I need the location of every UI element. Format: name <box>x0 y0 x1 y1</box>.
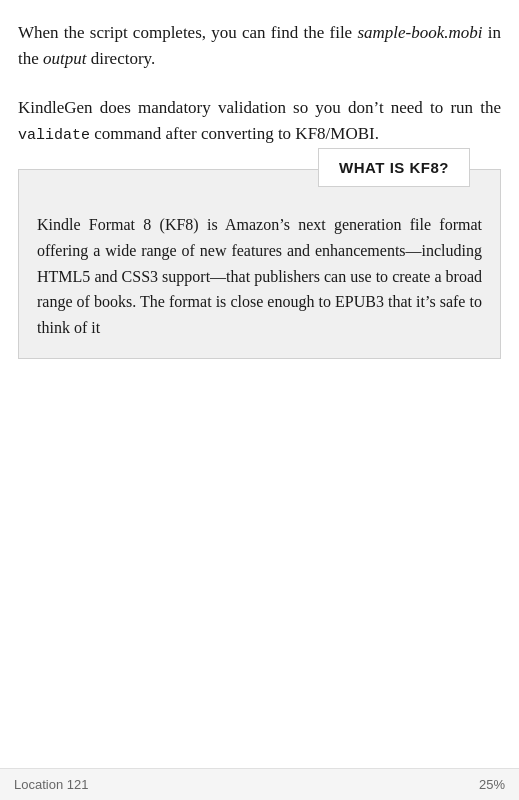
para1-text-start: When the script completes, you can find … <box>18 23 357 42</box>
paragraph-2: KindleGen does mandatory validation so y… <box>18 95 501 148</box>
callout-body-text: Kindle Format 8 (KF8) is Amazon’s next g… <box>37 216 482 335</box>
paragraph-1: When the script completes, you can find … <box>18 20 501 73</box>
para2-text-end: command after converting to KF8/MOBI. <box>90 124 379 143</box>
callout-body: Kindle Format 8 (KF8) is Amazon’s next g… <box>19 170 500 358</box>
callout-title: WHAT IS KF8? <box>318 148 470 187</box>
para1-text-end: directory. <box>86 49 155 68</box>
para2-text-start: KindleGen does mandatory validation so y… <box>18 98 501 117</box>
para1-italic-filename: sample-book.mobi <box>357 23 482 42</box>
para2-code-validate: validate <box>18 127 90 144</box>
status-percent: 25% <box>479 777 505 792</box>
para1-italic-output: output <box>43 49 86 68</box>
callout-box: WHAT IS KF8? Kindle Format 8 (KF8) is Am… <box>18 169 501 359</box>
status-bar: Location 121 25% <box>0 768 519 800</box>
status-location: Location 121 <box>14 777 88 792</box>
callout-title-text: WHAT IS KF8? <box>339 159 449 176</box>
main-content: When the script completes, you can find … <box>0 0 519 359</box>
